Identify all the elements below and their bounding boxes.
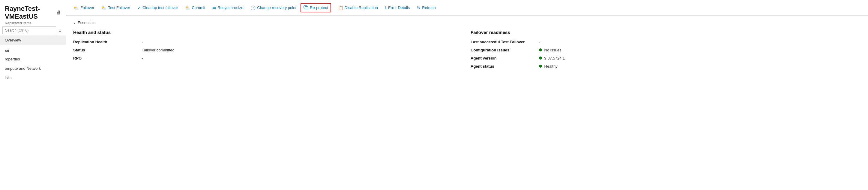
search-input[interactable] bbox=[2, 26, 56, 34]
page-title-area: RayneTest-VMEastUS 🖨 bbox=[5, 5, 61, 21]
essentials-header-label: Essentials bbox=[78, 21, 95, 25]
test-failover-icon: ⛅ bbox=[101, 5, 106, 10]
re-protect-label: Re-protect bbox=[310, 5, 328, 10]
change-recovery-icon: 🕐 bbox=[250, 5, 255, 10]
agent-status-value: Healthy bbox=[539, 64, 861, 69]
re-protect-button[interactable]: Re-protect bbox=[301, 3, 331, 12]
status-row: Status Failover committed bbox=[73, 48, 463, 52]
status-value: Failover committed bbox=[142, 48, 463, 52]
sidebar-header: RayneTest-VMEastUS 🖨 Replicated items bbox=[0, 0, 66, 26]
config-issues-label: Configuration issues bbox=[471, 48, 536, 52]
disable-replication-icon: 📋 bbox=[338, 5, 343, 10]
health-status-section: Health and status Replication Health - S… bbox=[73, 30, 463, 72]
change-recovery-point-button[interactable]: 🕐 Change recovery point bbox=[247, 4, 299, 12]
agent-version-label: Agent version bbox=[471, 56, 536, 60]
resynchronize-label: Resynchronize bbox=[217, 5, 243, 10]
error-details-label: Error Details bbox=[388, 5, 410, 10]
failover-readiness-section: Failover readiness Last successful Test … bbox=[471, 30, 861, 72]
failover-label: Failover bbox=[81, 5, 94, 10]
sidebar-section-general: ral bbox=[0, 45, 66, 54]
cleanup-label: Cleanup test failover bbox=[143, 5, 178, 10]
re-protect-icon bbox=[304, 5, 308, 10]
sidebar-item-disks[interactable]: isks bbox=[0, 73, 66, 82]
sidebar-nav: Overview ral roperties ompute and Networ… bbox=[0, 35, 66, 82]
refresh-label: Refresh bbox=[422, 5, 436, 10]
sidebar-collapse-button[interactable]: « bbox=[56, 27, 63, 34]
print-icon[interactable]: 🖨 bbox=[56, 10, 61, 15]
cleanup-test-failover-button[interactable]: ✓ Cleanup test failover bbox=[134, 4, 181, 12]
last-test-failover-row: Last successful Test Failover - bbox=[471, 40, 861, 44]
replication-health-label: Replication Health bbox=[73, 40, 139, 44]
toolbar: ⛅ Failover ⛅ Test Failover ✓ Cleanup tes… bbox=[66, 0, 868, 16]
sidebar: RayneTest-VMEastUS 🖨 Replicated items « … bbox=[0, 0, 66, 190]
sidebar-item-overview[interactable]: Overview bbox=[0, 35, 66, 45]
status-label: Status bbox=[73, 48, 139, 52]
refresh-icon: ↻ bbox=[417, 5, 421, 10]
agent-version-row: Agent version 9.37.5724.1 bbox=[471, 56, 861, 60]
test-failover-button[interactable]: ⛅ Test Failover bbox=[98, 4, 133, 12]
agent-status-row: Agent status Healthy bbox=[471, 64, 861, 69]
essentials-header[interactable]: ∨ Essentials bbox=[73, 21, 861, 25]
essentials-chevron-icon: ∨ bbox=[73, 21, 76, 25]
failover-readiness-title: Failover readiness bbox=[471, 30, 861, 35]
agent-status-dot bbox=[539, 65, 542, 67]
page-title-text: RayneTest-VMEastUS bbox=[5, 5, 54, 21]
error-details-icon: ℹ bbox=[385, 5, 386, 10]
config-issues-status-dot bbox=[539, 48, 542, 51]
content-area: ∨ Essentials Health and status Replicati… bbox=[66, 16, 868, 77]
page-subtitle: Replicated items bbox=[5, 21, 61, 25]
essentials-grid: Health and status Replication Health - S… bbox=[73, 30, 861, 72]
sidebar-item-compute-network[interactable]: ompute and Network bbox=[0, 64, 66, 73]
config-issues-value: No issues bbox=[539, 48, 861, 52]
rpo-label: RPO bbox=[73, 56, 139, 60]
disable-replication-button[interactable]: 📋 Disable Replication bbox=[335, 4, 381, 12]
health-status-title: Health and status bbox=[73, 30, 463, 35]
resynchronize-icon: ⇄ bbox=[212, 5, 216, 10]
last-test-failover-label: Last successful Test Failover bbox=[471, 40, 536, 44]
sidebar-item-properties[interactable]: roperties bbox=[0, 54, 66, 64]
svg-rect-1 bbox=[305, 7, 308, 9]
agent-version-value: 9.37.5724.1 bbox=[539, 56, 861, 60]
agent-status-label: Agent status bbox=[471, 64, 536, 69]
disable-replication-label: Disable Replication bbox=[345, 5, 378, 10]
config-issues-row: Configuration issues No issues bbox=[471, 48, 861, 52]
error-details-button[interactable]: ℹ Error Details bbox=[382, 4, 413, 12]
failover-icon: ⛅ bbox=[74, 5, 79, 10]
replication-health-value: - bbox=[142, 40, 463, 44]
commit-button[interactable]: ⛅ Commit bbox=[182, 4, 208, 12]
replication-health-row: Replication Health - bbox=[73, 40, 463, 44]
test-failover-label: Test Failover bbox=[108, 5, 130, 10]
cleanup-icon: ✓ bbox=[137, 5, 141, 10]
rpo-row: RPO - bbox=[73, 56, 463, 60]
commit-label: Commit bbox=[192, 5, 205, 10]
agent-version-status-dot bbox=[539, 56, 542, 59]
last-test-failover-value: - bbox=[539, 40, 861, 44]
page-container: RayneTest-VMEastUS 🖨 Replicated items « … bbox=[0, 0, 868, 190]
rpo-value: - bbox=[142, 56, 463, 60]
change-recovery-label: Change recovery point bbox=[257, 5, 296, 10]
refresh-button[interactable]: ↻ Refresh bbox=[414, 4, 439, 12]
toolbar-divider bbox=[333, 5, 333, 11]
main-content: ⛅ Failover ⛅ Test Failover ✓ Cleanup tes… bbox=[66, 0, 868, 190]
resynchronize-button[interactable]: ⇄ Resynchronize bbox=[209, 4, 246, 12]
failover-button[interactable]: ⛅ Failover bbox=[71, 4, 97, 12]
commit-icon: ⛅ bbox=[185, 5, 190, 10]
